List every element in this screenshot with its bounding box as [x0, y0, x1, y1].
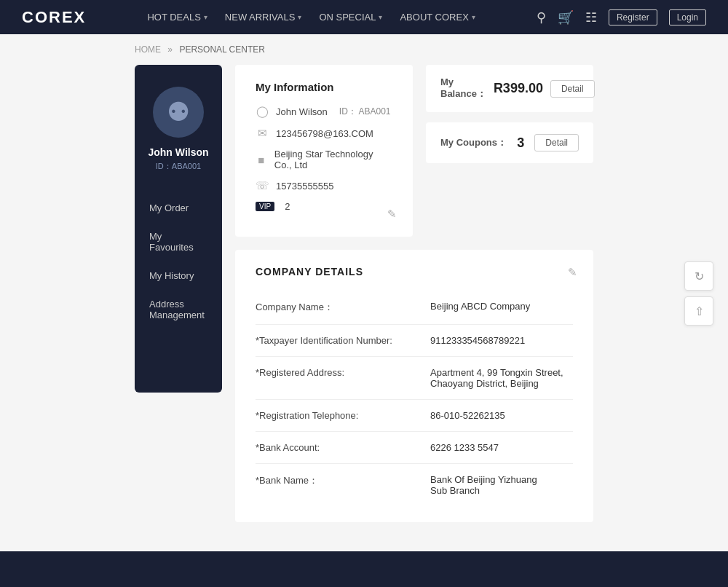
sidebar-item-my-order[interactable]: My Order: [135, 194, 222, 222]
info-phone: 15735555555: [276, 181, 334, 192]
company-details-card: COMPANY DETAILS ✎ Company Name： Beijing …: [235, 250, 593, 522]
balance-value: R399.00: [494, 81, 543, 96]
right-panel: My Information ◯ John Wilson ID： ABA001 …: [235, 65, 593, 522]
email-icon: ✉: [256, 127, 269, 140]
registered-address-value: Apartment 4, 99 Tongxin Street, Chaoyang…: [430, 367, 573, 389]
phone-icon: ☏: [256, 179, 269, 192]
info-name-row: ◯ John Wilson ID： ABA001: [256, 105, 392, 118]
login-button[interactable]: Login: [669, 9, 706, 25]
coupons-card: My Coupons： 3 Detail: [426, 122, 593, 163]
info-id-label: ID： ABA001: [339, 106, 391, 118]
company-name-value: Beijing ABCD Company: [430, 301, 573, 312]
breadcrumb-current: PERSONAL CENTER: [179, 44, 265, 55]
header-actions: ⚲ 🛒 ☷ Register Login: [537, 9, 706, 25]
sidebar: ⚉ John Wilson ID：ABA001 My Order My Favo…: [135, 65, 222, 393]
register-button[interactable]: Register: [609, 9, 657, 25]
vip-badge: VIP: [256, 202, 274, 211]
coupons-value: 3: [517, 135, 524, 151]
taxpayer-label: *Taxpayer Identification Number:: [256, 335, 430, 346]
info-vip-row: VIP 2: [256, 201, 392, 212]
nav-about-corex[interactable]: ABOUT COREX ▾: [400, 12, 475, 23]
header: COREX HOT DEALS ▾ NEW ARRIVALS ▾ ON SPEC…: [0, 0, 728, 34]
avatar: ⚉: [153, 87, 204, 138]
user-avatar-icon: ⚉: [167, 97, 190, 127]
chevron-down-icon: ▾: [379, 13, 382, 21]
chevron-down-icon: ▾: [472, 13, 475, 21]
info-card-title: My Information: [256, 81, 392, 93]
edit-info-icon[interactable]: ✎: [387, 208, 397, 221]
bank-account-label: *Bank Account:: [256, 442, 430, 453]
info-email: 123456798@163.COM: [276, 128, 373, 139]
bank-name-value: Bank Of Beijing YizhuangSub Branch: [430, 474, 573, 496]
breadcrumb-home[interactable]: HOME: [135, 44, 161, 55]
content-wrapper: ⚉ John Wilson ID：ABA001 My Order My Favo…: [135, 65, 593, 522]
bank-account-value: 6226 1233 5547: [430, 442, 573, 453]
edit-company-icon[interactable]: ✎: [568, 266, 577, 279]
sidebar-user-id: ID：ABA001: [156, 161, 201, 172]
main-nav: HOT DEALS ▾ NEW ARRIVALS ▾ ON SPECIAL ▾ …: [147, 12, 475, 23]
company-name-label: Company Name：: [256, 301, 430, 314]
company-details-title: COMPANY DETAILS: [256, 266, 573, 277]
info-section: My Information ◯ John Wilson ID： ABA001 …: [235, 65, 413, 237]
balance-section: My Balance： R399.00 Detail My Coupons： 3…: [426, 65, 593, 237]
building-icon: ■: [256, 154, 267, 166]
compare-icon[interactable]: ☷: [585, 9, 597, 25]
footer: ABOUT COREX Founded In 2003, COREX Is An…: [0, 551, 728, 587]
chevron-down-icon: ▾: [298, 13, 301, 21]
registration-telephone-label: *Registration Telephone:: [256, 410, 430, 421]
company-field-address: *Registered Address: Apartment 4, 99 Ton…: [256, 357, 573, 400]
registered-address-label: *Registered Address:: [256, 367, 430, 378]
info-company: Beijing Star Technology Co., Ltd: [274, 149, 392, 170]
coupons-detail-button[interactable]: Detail: [534, 134, 579, 151]
nav-hot-deals[interactable]: HOT DEALS ▾: [147, 12, 207, 23]
info-name: John Wilson: [276, 106, 328, 117]
registration-telephone-value: 86-010-52262135: [430, 410, 573, 421]
floating-buttons: ↻ ⇧: [684, 261, 713, 326]
info-email-row: ✉ 123456798@163.COM: [256, 127, 392, 140]
up-arrow-icon[interactable]: ⇧: [684, 296, 713, 326]
info-company-row: ■ Beijing Star Technology Co., Ltd: [256, 149, 392, 170]
breadcrumb-separator: »: [167, 44, 173, 55]
balance-detail-button[interactable]: Detail: [550, 80, 595, 98]
breadcrumb: HOME » PERSONAL CENTER: [0, 34, 728, 65]
nav-on-special[interactable]: ON SPECIAL ▾: [319, 12, 382, 23]
my-information-card: My Information ◯ John Wilson ID： ABA001 …: [235, 65, 413, 237]
logo: COREX: [22, 8, 86, 27]
main-content: ⚉ John Wilson ID：ABA001 My Order My Favo…: [0, 65, 728, 551]
search-icon[interactable]: ⚲: [537, 9, 546, 25]
sidebar-menu: My Order My Favourites My History Addres…: [135, 194, 222, 329]
user-icon: ◯: [256, 105, 269, 118]
sidebar-item-my-history[interactable]: My History: [135, 261, 222, 290]
coupons-label: My Coupons：: [440, 136, 507, 149]
top-row: My Information ◯ John Wilson ID： ABA001 …: [235, 65, 593, 237]
company-field-taxpayer: *Taxpayer Identification Number: 9112333…: [256, 325, 573, 357]
sidebar-username: John Wilson: [148, 146, 208, 158]
vip-level: 2: [285, 201, 290, 212]
company-field-name: Company Name： Beijing ABCD Company: [256, 291, 573, 325]
scroll-to-top-icon[interactable]: ↻: [684, 261, 713, 291]
company-field-bank-name: *Bank Name： Bank Of Beijing YizhuangSub …: [256, 464, 573, 506]
balance-card: My Balance： R399.00 Detail: [426, 65, 593, 112]
chevron-down-icon: ▾: [204, 13, 207, 21]
info-phone-row: ☏ 15735555555: [256, 179, 392, 192]
sidebar-item-address-management[interactable]: Address Management: [135, 290, 222, 329]
nav-new-arrivals[interactable]: NEW ARRIVALS ▾: [225, 12, 302, 23]
company-field-telephone: *Registration Telephone: 86-010-52262135: [256, 400, 573, 432]
cart-icon[interactable]: 🛒: [558, 9, 574, 25]
balance-label: My Balance：: [440, 76, 486, 101]
company-field-bank-account: *Bank Account: 6226 1233 5547: [256, 432, 573, 464]
bank-name-label: *Bank Name：: [256, 474, 430, 487]
taxpayer-value: 911233354568789221: [430, 335, 573, 346]
sidebar-item-my-favourites[interactable]: My Favourites: [135, 222, 222, 261]
